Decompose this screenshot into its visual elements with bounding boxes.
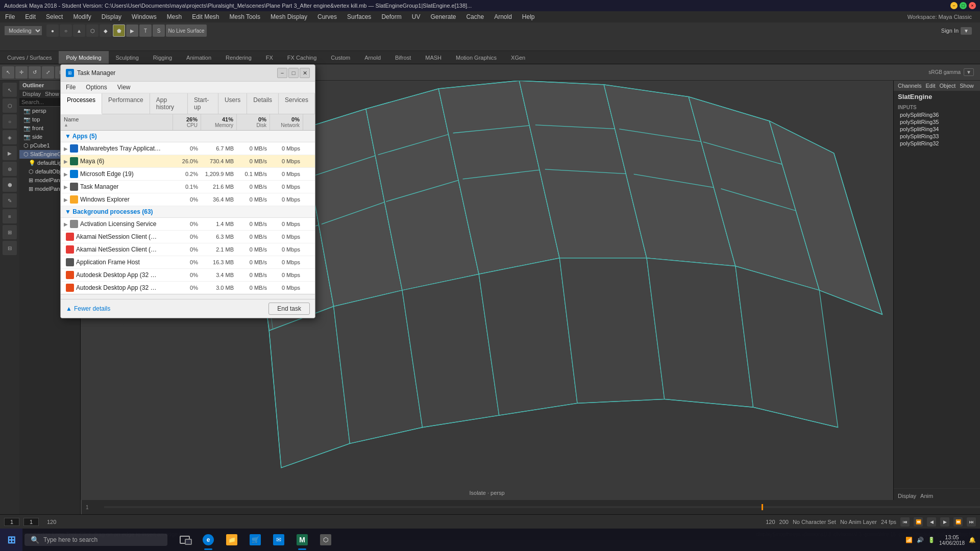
row-expand[interactable]: ▶ — [64, 221, 68, 227]
sidebar-select[interactable]: ↖ — [3, 83, 17, 97]
taskbar-app-other[interactable]: ⬡ — [314, 529, 337, 551]
row-expand[interactable]: ▶ — [64, 184, 68, 190]
tool-icon-9[interactable]: S — [153, 24, 165, 37]
playback-prev[interactable]: ⏪ — [914, 517, 923, 527]
table-row[interactable]: Akamai NetSession Client (32 bit) 0% 6.3… — [61, 231, 315, 243]
rp-display-tab[interactable]: Display — [898, 493, 916, 499]
tool-icon-1[interactable]: ● — [46, 24, 59, 37]
outliner-show[interactable]: Show — [45, 91, 59, 97]
srgb-dropdown[interactable]: ▼ — [964, 68, 974, 76]
menu-surfaces[interactable]: Surfaces — [342, 11, 376, 22]
menu-help[interactable]: Help — [517, 11, 540, 22]
tool-icon-2[interactable]: ○ — [60, 24, 72, 37]
table-row[interactable]: Akamai NetSession Client (32 bit) 0% 2.1… — [61, 243, 315, 256]
tab-fx-caching[interactable]: FX Caching — [280, 51, 324, 64]
select-tool[interactable]: ↖ — [2, 66, 14, 79]
move-tool[interactable]: ✛ — [15, 66, 28, 79]
tm-table-body[interactable]: ▼ Apps (5) ▶ Malwarebytes Tray Applicati… — [61, 131, 315, 294]
menu-mesh-display[interactable]: Mesh Display — [265, 11, 312, 22]
rp-object[interactable]: Object — [939, 83, 955, 89]
menu-curves[interactable]: Curves — [312, 11, 342, 22]
tab-mash[interactable]: MASH — [418, 51, 449, 64]
menu-mesh-tools[interactable]: Mesh Tools — [224, 11, 265, 22]
end-task-button[interactable]: End task — [268, 303, 310, 315]
timeline[interactable]: 1 120 — [82, 500, 980, 514]
tab-animation[interactable]: Animation — [179, 51, 218, 64]
tool-icon-3[interactable]: ▲ — [73, 24, 85, 37]
menu-mesh[interactable]: Mesh — [162, 11, 187, 22]
sidebar-misc3[interactable]: ⊟ — [3, 241, 17, 255]
taskbar-app-maya[interactable]: M — [291, 529, 313, 551]
table-row[interactable]: ▶ Maya (6) 26.0% 730.4 MB 0 MB/s 0 Mbps … — [61, 155, 315, 168]
outliner-display[interactable]: Display — [22, 91, 41, 97]
playback-end[interactable]: ⏭ — [967, 517, 976, 527]
tm-tab-users[interactable]: Users — [218, 93, 247, 114]
tm-tab-app-history[interactable]: App history — [150, 93, 188, 114]
taskbar-app-explorer[interactable]: 📁 — [220, 529, 243, 551]
tab-sculpting[interactable]: Sculpting — [109, 51, 146, 64]
tm-tab-details[interactable]: Details — [247, 93, 279, 114]
menu-edit-mesh[interactable]: Edit Mesh — [187, 11, 224, 22]
menu-edit[interactable]: Edit — [20, 11, 41, 22]
menu-generate[interactable]: Generate — [425, 11, 461, 22]
menu-select[interactable]: Select — [41, 11, 68, 22]
taskbar-app-store[interactable]: 🛒 — [244, 529, 266, 551]
background-section-header[interactable]: ▼ Background processes (63) — [61, 206, 315, 218]
taskbar-app-mail[interactable]: ✉ — [267, 529, 290, 551]
tm-tab-performance[interactable]: Performance — [102, 93, 150, 114]
fewer-details-button[interactable]: ▲ Fewer details — [66, 305, 110, 312]
taskbar-app-taskview[interactable] — [174, 529, 196, 551]
col-disk[interactable]: 0% Disk — [237, 114, 270, 130]
timeline-input-current[interactable]: 1 — [23, 518, 39, 526]
scale-tool[interactable]: ⤢ — [42, 66, 54, 79]
table-row[interactable]: ▶ Malwarebytes Tray Application ... 0% 6… — [61, 142, 315, 155]
tm-menu-file[interactable]: File — [61, 82, 81, 93]
table-row[interactable]: ▶ Microsoft Edge (19) 0.2% 1,209.9 MB 0.… — [61, 168, 315, 181]
tab-fx[interactable]: FX — [259, 51, 280, 64]
menu-windows[interactable]: Windows — [127, 11, 162, 22]
timeline-input-start[interactable]: 1 — [4, 518, 19, 526]
table-row[interactable]: ▶ Activation Licensing Service 0% 1.4 MB… — [61, 218, 315, 231]
sidebar-polygon[interactable]: ⬡ — [3, 98, 17, 113]
col-memory[interactable]: 41% Memory — [201, 114, 237, 130]
tm-maximize[interactable]: □ — [288, 68, 299, 78]
rotate-tool[interactable]: ↺ — [29, 66, 41, 79]
close-button[interactable]: × — [969, 2, 976, 9]
tab-xgen[interactable]: XGen — [504, 51, 532, 64]
playback-play-back[interactable]: ◀ — [927, 517, 936, 527]
menu-cache[interactable]: Cache — [461, 11, 489, 22]
modeling-dropdown[interactable]: Modeling — [4, 26, 42, 36]
tab-poly-modeling[interactable]: Poly Modeling — [59, 51, 108, 64]
sidebar-deform[interactable]: ◈ — [3, 130, 17, 144]
tool-icon-7[interactable]: ▶ — [126, 24, 138, 37]
sidebar-misc2[interactable]: ⊞ — [3, 225, 17, 239]
tool-icon-symmetry[interactable]: No Live Surface — [166, 24, 207, 37]
menu-deform[interactable]: Deform — [376, 11, 406, 22]
tab-curves-surfaces[interactable]: Curves / Surfaces — [0, 51, 59, 64]
window-controls[interactable]: − □ × — [950, 2, 976, 9]
rp-edit[interactable]: Edit — [925, 83, 935, 89]
tab-custom[interactable]: Custom — [324, 51, 357, 64]
row-expand[interactable]: ▶ — [64, 197, 68, 203]
menu-arnold[interactable]: Arnold — [489, 11, 517, 22]
col-network[interactable]: 0% Network — [270, 114, 303, 130]
tab-bifrost[interactable]: Bifrost — [388, 51, 418, 64]
start-button[interactable]: ⊞ — [0, 529, 22, 551]
tool-icon-4[interactable]: ⬡ — [86, 24, 99, 37]
taskbar-time[interactable]: 13:05 14/06/2018 — [939, 534, 965, 546]
tm-menu-view[interactable]: View — [112, 82, 136, 93]
maximize-button[interactable]: □ — [960, 2, 967, 9]
minimize-button[interactable]: − — [950, 2, 958, 9]
rp-show[interactable]: Show — [960, 83, 974, 89]
tool-icon-8[interactable]: T — [139, 24, 152, 37]
row-expand[interactable]: ▶ — [64, 171, 68, 177]
menu-uv[interactable]: UV — [407, 11, 426, 22]
tab-rigging[interactable]: Rigging — [146, 51, 179, 64]
tool-icon-active[interactable]: ⬟ — [113, 24, 125, 37]
sidebar-constrain[interactable]: ⊛ — [3, 162, 17, 176]
menu-display[interactable]: Display — [96, 11, 127, 22]
taskbar-notification[interactable]: 🔔 — [969, 537, 976, 543]
tool-icon-5[interactable]: ◆ — [100, 24, 112, 37]
taskbar-app-edge[interactable]: e — [197, 529, 219, 551]
menu-modify[interactable]: Modify — [68, 11, 96, 22]
